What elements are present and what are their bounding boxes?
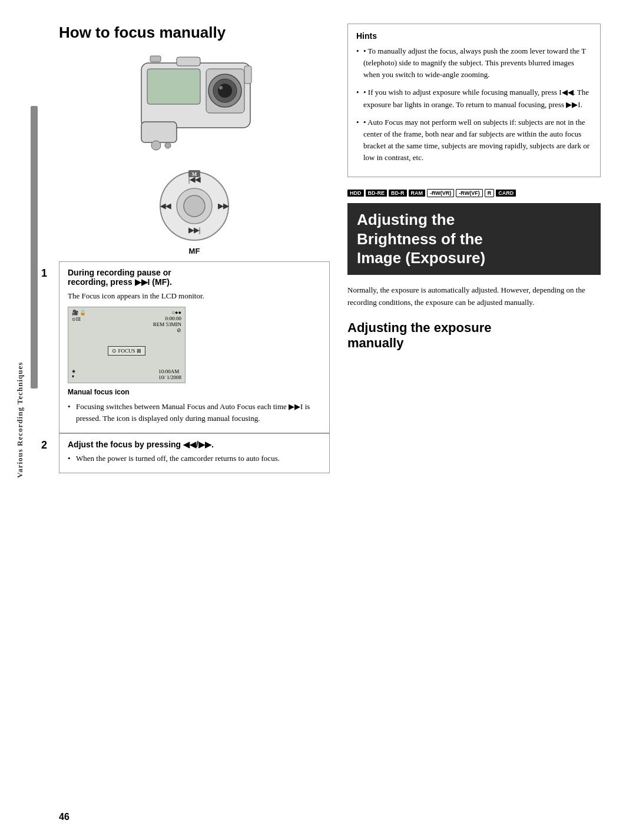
- step2-title: Adjust the focus by pressing ◀◀/▶▶.: [68, 440, 321, 449]
- badge-bdre: BD-RE: [366, 190, 387, 197]
- step1-number: 1: [41, 267, 47, 280]
- step2-bullet: When the power is turned off, the camcor…: [68, 453, 321, 464]
- step1-body: The Focus icon appears in the LCD monito…: [68, 290, 321, 302]
- exposure-body-text: Normally, the exposure is automatically …: [347, 284, 601, 309]
- lcd-icons-left: 🎥 🔒 ⊙III: [72, 310, 86, 322]
- svg-rect-9: [141, 122, 177, 142]
- camera-illustration: [59, 51, 330, 163]
- badge-rwvf: -RW(VF): [456, 189, 482, 197]
- right-column: Hints • To manually adjust the focus, al…: [347, 24, 601, 473]
- left-column: How to focus manually: [59, 24, 330, 473]
- media-badges: HDD BD-RE BD-R RAM -RW(VR) -RW(VF) R CAR…: [347, 189, 601, 197]
- step2-number: 2: [41, 439, 47, 451]
- hint-2: • If you wish to adjust exposure while f…: [356, 87, 592, 110]
- svg-rect-7: [177, 57, 200, 66]
- step1-box: During recording pause or recording, pre…: [59, 261, 330, 433]
- svg-point-11: [151, 141, 161, 150]
- badge-ram: RAM: [409, 190, 426, 197]
- svg-rect-10: [244, 66, 251, 84]
- svg-rect-6: [147, 69, 200, 104]
- manual-focus-caption: Manual focus icon: [68, 388, 321, 396]
- svg-point-4: [218, 84, 232, 98]
- hint-3: • Auto Focus may not perform well on sub…: [356, 117, 592, 164]
- step1-title: During recording pause or recording, pre…: [68, 268, 321, 287]
- focus-indicator: ⊙ FOCUS ⊠: [108, 346, 145, 356]
- hints-list: • To manually adjust the focus, always p…: [356, 45, 592, 164]
- svg-text:◀◀: ◀◀: [160, 202, 171, 210]
- mf-label: MF: [59, 247, 330, 255]
- badge-bdr: BD-R: [389, 190, 407, 197]
- badge-r: R: [485, 189, 495, 197]
- lcd-left-bottom: ◈ ▾: [72, 368, 75, 380]
- svg-point-5: [219, 86, 223, 89]
- svg-rect-8: [150, 56, 161, 62]
- section-heading: Adjusting the Brightness of the Image (E…: [357, 210, 591, 268]
- svg-text:M: M: [192, 171, 197, 177]
- svg-text:▶▶|: ▶▶|: [188, 226, 201, 234]
- lcd-monitor: 🎥 🔒 ⊙III ○●● 0:00:00 REM 53MIN ⊘: [68, 307, 186, 383]
- step1-bullets: Focusing switches between Manual Focus a…: [68, 401, 321, 424]
- step2-bullets: When the power is turned off, the camcor…: [68, 453, 321, 464]
- svg-point-12: [165, 142, 171, 148]
- hints-title: Hints: [356, 31, 592, 41]
- hints-box: Hints • To manually adjust the focus, al…: [347, 24, 601, 177]
- section-heading-box: Adjusting the Brightness of the Image (E…: [347, 203, 601, 275]
- step2-box: Adjust the focus by pressing ◀◀/▶▶. When…: [59, 433, 330, 473]
- left-section-title: How to focus manually: [59, 24, 330, 42]
- page-number: 46: [59, 812, 69, 822]
- badge-hdd: HDD: [347, 190, 364, 197]
- lcd-icons-right: ○●● 0:00:00 REM 53MIN ⊘: [153, 310, 181, 333]
- svg-point-15: [184, 195, 205, 217]
- step1-bullet: Focusing switches between Manual Focus a…: [68, 401, 321, 424]
- badge-card: CARD: [496, 190, 516, 197]
- badge-rwvr: -RW(VR): [427, 189, 454, 197]
- hint-1: • To manually adjust the focus, always p…: [356, 45, 592, 81]
- lcd-bottom-row: 10:00AM 10/ 1/2008: [158, 368, 181, 380]
- sub-section-title: Adjusting the exposure manually: [347, 320, 601, 351]
- svg-text:▶▶: ▶▶: [218, 202, 229, 210]
